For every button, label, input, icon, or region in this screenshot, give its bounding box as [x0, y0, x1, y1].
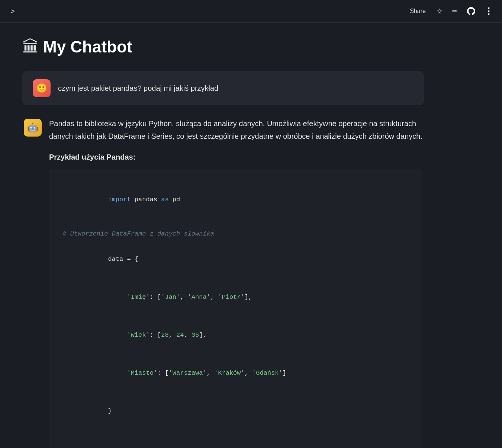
code-empty-2: [62, 430, 409, 439]
code-empty-1: [62, 219, 409, 228]
page-title: My Chatbot: [43, 38, 132, 56]
bot-message-content: Pandas to biblioteka w języku Python, sł…: [49, 117, 422, 448]
user-message: 🙂 czym jest pakiet pandas? podaj mi jaki…: [22, 71, 424, 105]
keyword-as: as: [161, 196, 168, 203]
topbar: > Share ☆ ✏ ⋮: [0, 0, 502, 23]
bot-avatar: 🤖: [24, 119, 42, 137]
star-button[interactable]: ☆: [435, 5, 444, 17]
bot-intro-text: Pandas to biblioteka w języku Python, sł…: [49, 117, 422, 143]
chat-container: 🙂 czym jest pakiet pandas? podaj mi jaki…: [22, 71, 424, 448]
page-title-emoji: 🏛: [22, 38, 39, 56]
code-data-open: data = {: [62, 240, 409, 278]
edit-icon: ✏: [452, 7, 458, 16]
topbar-right: Share ☆ ✏ ⋮: [407, 4, 495, 18]
code-line-import: import pandas as pd: [62, 181, 409, 219]
user-avatar-emoji: 🙂: [36, 83, 47, 93]
bot-message: 🤖 Pandas to biblioteka w języku Python, …: [22, 117, 424, 448]
code-block: import pandas as pd # Utworzenie DataFra…: [49, 169, 422, 448]
code-wiek: 'Wiek': [28, 24, 35],: [62, 316, 409, 354]
code-data-close: }: [62, 392, 409, 430]
star-icon: ☆: [436, 7, 443, 16]
code-heading: Przykład użycia Pandas:: [49, 153, 422, 161]
bot-avatar-emoji: 🤖: [27, 122, 38, 133]
user-avatar: 🙂: [33, 79, 51, 97]
github-icon: [467, 7, 475, 15]
share-button[interactable]: Share: [407, 6, 429, 16]
code-comment: # Utworzenie DataFrame z danych słownika: [62, 228, 409, 240]
more-icon: ⋮: [484, 6, 493, 16]
more-options-button[interactable]: ⋮: [483, 4, 495, 18]
code-df: df = pd.DataFrame(data): [62, 439, 409, 448]
page-title-container: 🏛 My Chatbot: [22, 38, 424, 56]
topbar-left: >: [7, 6, 18, 17]
code-imie: 'Imię': ['Jan', 'Anna', 'Piotr'],: [62, 278, 409, 316]
github-button[interactable]: [466, 6, 477, 17]
code-miasto: 'Miasto': ['Warszawa', 'Kraków', 'Gdańsk…: [62, 354, 409, 392]
edit-button[interactable]: ✏: [450, 5, 460, 17]
keyword-import: import: [108, 196, 131, 203]
user-message-text: czym jest pakiet pandas? podaj mi jakiś …: [58, 84, 218, 93]
chevron-right-icon: >: [10, 7, 15, 15]
main-content: 🏛 My Chatbot 🙂 czym jest pakiet pandas? …: [0, 23, 446, 448]
sidebar-toggle-button[interactable]: >: [7, 6, 18, 17]
